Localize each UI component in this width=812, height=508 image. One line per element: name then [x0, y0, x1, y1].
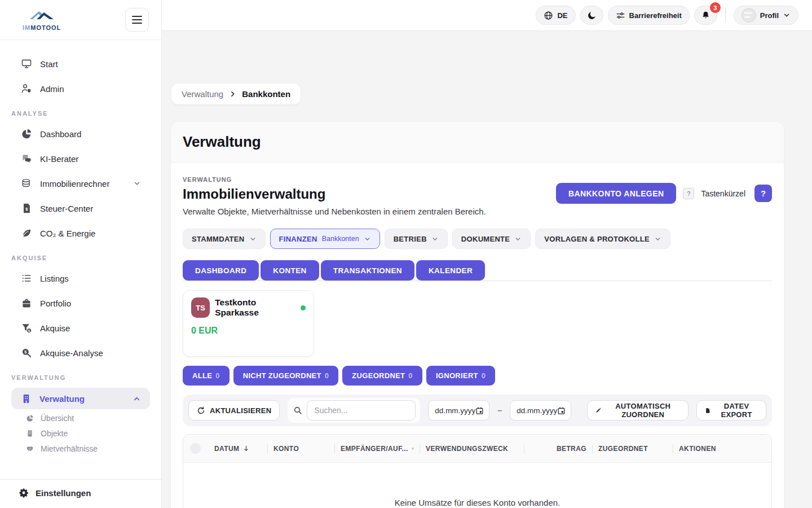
sidebar-subitem-mietverhaeltnisse[interactable]: Mietverhältnisse	[0, 441, 161, 456]
breadcrumb-parent[interactable]: Verwaltung	[182, 89, 223, 99]
sidebar-item-steuer-center[interactable]: $ Steuer-Center	[0, 196, 161, 221]
column-header-datum[interactable]: DATUM	[209, 445, 267, 453]
sidebar-item-admin[interactable]: Admin	[0, 76, 161, 101]
account-balance: 0 EUR	[191, 326, 306, 336]
card-header: Verwaltung	[171, 122, 784, 163]
subtab-kalender[interactable]: KALENDER	[416, 260, 485, 281]
filter-zugeordnet-button[interactable]: ZUGEORDNET 0	[342, 366, 422, 386]
column-header-empfaenger[interactable]: EMPFÄNGER/AUF...	[335, 445, 420, 453]
topbar-divider	[725, 8, 726, 23]
notifications-button[interactable]: 3	[694, 6, 717, 25]
chevron-down-icon	[654, 235, 661, 243]
column-header-verwendungszweck[interactable]: VERWENDUNGSZWECK	[420, 445, 524, 453]
sidebar-item-dashboard[interactable]: Dashboard	[0, 121, 161, 146]
filter-ignoriert-button[interactable]: IGNORIERT 0	[426, 366, 495, 386]
page-eyebrow: VERWALTUNG	[183, 176, 486, 183]
briefcase-icon	[21, 297, 32, 309]
filter-label: ALLE	[192, 371, 212, 380]
filter-label: ZUGEORDNET	[352, 371, 405, 380]
profile-button[interactable]: Profil	[734, 6, 798, 25]
sidebar-item-akquise[interactable]: $ Akquise	[0, 316, 161, 340]
tab-vorlagen-protokolle[interactable]: VORLAGEN & PROTOKOLLE	[535, 229, 670, 249]
sidebar-item-label: Verwaltung	[39, 394, 85, 404]
datev-export-label: DATEV EXPORT	[715, 402, 758, 419]
auto-assign-button[interactable]: AUTOMATISCH ZUORDNEN	[587, 400, 689, 421]
date-range-separator: –	[497, 406, 502, 415]
sidebar-subitem-objekte[interactable]: Objekte	[0, 426, 161, 441]
section-label-analyse: ANALYSE	[0, 101, 161, 121]
sliders-icon	[616, 11, 625, 20]
sidebar-subitem-label: Mietverhältnisse	[41, 444, 98, 453]
column-header-betrag[interactable]: BETRAG	[524, 445, 592, 453]
subtab-konten[interactable]: KONTEN	[261, 260, 319, 281]
sidebar-item-start[interactable]: Start	[0, 51, 161, 76]
immotool-logo[interactable]: IMMOTOOL	[23, 9, 61, 31]
bank-account-card[interactable]: TS Testkonto Sparkasse 0 EUR	[183, 290, 314, 357]
tab-stammdaten[interactable]: STAMMDATEN	[183, 229, 266, 249]
column-header-konto[interactable]: KONTO	[268, 445, 334, 453]
datev-export-button[interactable]: DATEV EXPORT	[696, 400, 766, 421]
date-from-input[interactable]: dd.mm.yyyy	[428, 400, 489, 421]
sort-desc-icon[interactable]	[242, 445, 250, 452]
filter-nicht-zugeordnet-button[interactable]: NICHT ZUGEORDNET 0	[233, 366, 339, 386]
tab-label: VORLAGEN & PROTOKOLLE	[544, 235, 650, 243]
refresh-button[interactable]: AKTUALISIEREN	[188, 400, 280, 421]
search-dollar-icon: $	[21, 347, 32, 358]
sidebar-subitem-uebersicht[interactable]: Übersicht	[0, 410, 161, 426]
column-header-zugeordnet[interactable]: ZUGEORDNET	[593, 445, 673, 453]
chevron-up-icon	[133, 395, 141, 403]
sidebar-item-label: CO₂ & Energie	[40, 229, 95, 238]
language-button[interactable]: DE	[536, 6, 575, 25]
filter-alle-button[interactable]: ALLE 0	[183, 366, 230, 386]
sidebar-item-label: Einstellungen	[36, 488, 91, 498]
column-label: EMPFÄNGER/AUF...	[341, 445, 408, 453]
sidebar-item-ki-berater[interactable]: KI-Berater	[0, 146, 161, 171]
bankkonto-anlegen-button[interactable]: BANKKONTO ANLEGEN	[556, 183, 676, 204]
page-subtitle: Verwalte Objekte, Mietverhältnisse und N…	[183, 207, 486, 216]
subtab-dashboard[interactable]: DASHBOARD	[183, 260, 259, 281]
shortcut-keycap: ?	[683, 188, 694, 199]
help-button[interactable]: ?	[754, 185, 772, 202]
card-body: VERWALTUNG Immobilienverwaltung Verwalte…	[171, 163, 784, 508]
accessibility-button[interactable]: Barrierefreiheit	[608, 6, 690, 25]
pencil-icon	[595, 406, 601, 414]
calendar-icon[interactable]	[475, 406, 484, 415]
sidebar-item-immobilienrechner[interactable]: Immobilienrechner	[0, 171, 161, 196]
sidebar-subitem-label: Objekte	[41, 429, 68, 438]
funnel-dollar-icon: $	[21, 322, 32, 334]
sidebar-item-einstellungen[interactable]: Einstellungen	[19, 488, 161, 498]
date-to-input[interactable]: dd.mm.yyyy	[510, 400, 571, 421]
tab-finanzen[interactable]: FINANZEN Bankkonten	[270, 229, 380, 249]
sidebar-item-portfolio[interactable]: Portfolio	[0, 291, 161, 316]
search-input[interactable]	[307, 400, 416, 421]
tab-label: BETRIEB	[394, 235, 427, 243]
filter-count: 0	[325, 371, 329, 380]
page-head-actions: BANKKONTO ANLEGEN ? Tastenkürzel ?	[556, 183, 772, 204]
calendar-icon[interactable]	[557, 406, 566, 415]
tab-dokumente[interactable]: DOKUMENTE	[452, 229, 531, 249]
sidebar: IMMOTOOL Start Admin ANALYSE Dashboard K…	[0, 0, 162, 508]
sidebar-item-verwaltung-active[interactable]: Verwaltung	[11, 388, 150, 409]
accessibility-label: Barrierefreiheit	[629, 11, 682, 20]
table-header-row: DATUM KONTO EMPFÄNGER/AUF... VERWENDUNG	[183, 435, 771, 463]
sidebar-item-co2-energie[interactable]: CO₂ & Energie	[0, 221, 161, 246]
menu-toggle-button[interactable]	[125, 8, 149, 32]
sidebar-item-akquise-analyse[interactable]: $ Akquise-Analyse	[0, 340, 161, 365]
search-group	[288, 398, 420, 423]
sidebar-item-listings[interactable]: Listings	[0, 266, 161, 291]
filter-icon[interactable]	[412, 445, 414, 452]
filter-count: 0	[408, 371, 413, 380]
tab-betrieb[interactable]: BETRIEB	[385, 229, 448, 249]
dark-mode-button[interactable]	[580, 6, 603, 25]
select-all-checkbox[interactable]	[190, 443, 201, 454]
pie-chart-icon	[21, 128, 32, 139]
breadcrumb: Verwaltung Bankkonten	[171, 84, 301, 104]
sidebar-item-label: Start	[40, 59, 58, 69]
verwaltung-card: Verwaltung VERWALTUNG Immobilienverwaltu…	[171, 122, 784, 508]
subtab-transaktionen[interactable]: TRANSAKTIONEN	[321, 260, 414, 281]
column-label: KONTO	[273, 445, 299, 453]
globe-icon	[544, 11, 553, 20]
leaf-icon	[21, 227, 32, 239]
breadcrumb-current: Bankkonten	[242, 89, 290, 99]
page-head-text: VERWALTUNG Immobilienverwaltung Verwalte…	[183, 176, 486, 216]
